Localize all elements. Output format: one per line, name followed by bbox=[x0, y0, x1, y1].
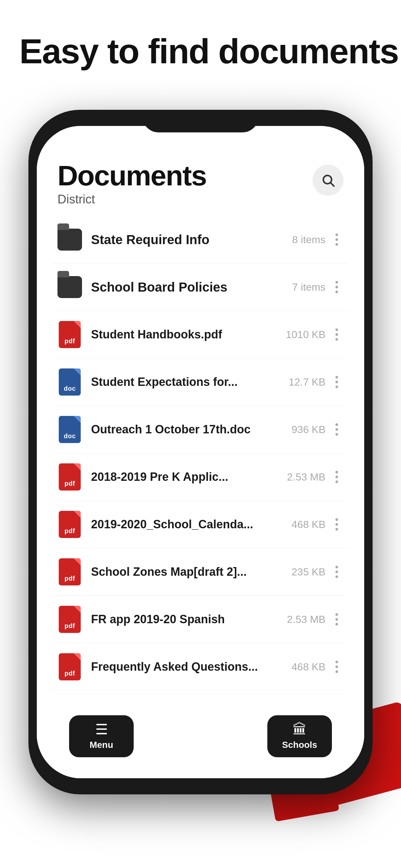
schools-label: Schools bbox=[282, 740, 317, 750]
file-name: 2019-2020_School_Calenda... bbox=[91, 518, 253, 531]
dot bbox=[335, 338, 338, 341]
folder-shape bbox=[58, 228, 82, 251]
menu-icon: ☰ bbox=[95, 722, 108, 737]
documents-subtitle: District bbox=[58, 192, 206, 206]
header-text: Documents District bbox=[58, 161, 206, 206]
file-name: Student Expectations for... bbox=[91, 375, 238, 389]
folder-icon bbox=[58, 273, 82, 302]
item-meta: 2.53 MB bbox=[282, 471, 326, 483]
pdf-file-icon: pdf bbox=[58, 510, 82, 539]
file-name: Outreach 1 October 17th.doc bbox=[91, 423, 251, 436]
pdf-file-icon: pdf bbox=[58, 652, 82, 681]
dot bbox=[335, 566, 338, 568]
doc-shape: doc bbox=[59, 368, 81, 396]
folder-name: School Board Policies bbox=[91, 280, 227, 294]
menu-button[interactable]: ☰ Menu bbox=[69, 715, 134, 757]
dot bbox=[335, 523, 338, 526]
dot bbox=[335, 518, 338, 521]
dot bbox=[335, 476, 338, 478]
schools-button[interactable]: 🏛 Schools bbox=[267, 715, 332, 757]
pdf-label: pdf bbox=[65, 670, 75, 677]
dot bbox=[335, 671, 338, 673]
more-button[interactable] bbox=[326, 613, 343, 625]
pdf-label: pdf bbox=[65, 527, 75, 535]
dot bbox=[335, 329, 338, 331]
item-meta: 12.7 KB bbox=[283, 376, 326, 388]
list-item[interactable]: doc Outreach 1 October 17th.doc 936 KB bbox=[53, 406, 348, 454]
documents-title: Documents bbox=[58, 161, 206, 190]
doc-info: 2019-2020_School_Calenda... bbox=[91, 518, 286, 531]
dot bbox=[335, 423, 338, 426]
doc-info: Student Expectations for... bbox=[91, 375, 283, 389]
more-button[interactable] bbox=[326, 376, 343, 388]
list-item[interactable]: pdf Student Handbooks.pdf 1010 KB bbox=[53, 311, 348, 359]
phone-frame: Documents District bbox=[28, 110, 373, 795]
svg-line-1 bbox=[331, 183, 334, 186]
pdf-file-icon: pdf bbox=[58, 320, 82, 349]
dot bbox=[335, 428, 338, 431]
item-meta: 936 KB bbox=[286, 424, 326, 436]
more-button[interactable] bbox=[326, 423, 343, 436]
list-item[interactable]: pdf School Zones Map[draft 2]... 235 KB bbox=[53, 548, 348, 596]
pdf-shape: pdf bbox=[59, 463, 81, 491]
item-meta: 1010 KB bbox=[281, 329, 326, 341]
doc-info: 2018-2019 Pre K Applic... bbox=[91, 470, 282, 484]
doc-info: FR app 2019-20 Spanish bbox=[91, 613, 282, 626]
item-meta: 235 KB bbox=[286, 566, 326, 578]
file-name: School Zones Map[draft 2]... bbox=[91, 565, 247, 578]
document-list: State Required Info 8 items Scho bbox=[37, 216, 364, 691]
pdf-label: pdf bbox=[65, 480, 75, 487]
more-button[interactable] bbox=[326, 518, 343, 531]
more-button[interactable] bbox=[326, 566, 343, 578]
file-name: 2018-2019 Pre K Applic... bbox=[91, 470, 228, 484]
dot bbox=[335, 433, 338, 436]
dot bbox=[335, 333, 338, 336]
pdf-file-icon: pdf bbox=[58, 605, 82, 634]
pdf-shape: pdf bbox=[59, 653, 81, 680]
dot bbox=[335, 618, 338, 621]
item-meta: 7 items bbox=[287, 281, 326, 293]
doc-file-icon: doc bbox=[58, 368, 82, 397]
screen-content: Documents District bbox=[37, 126, 364, 778]
list-item[interactable]: School Board Policies 7 items bbox=[53, 264, 348, 311]
item-meta: 468 KB bbox=[286, 661, 326, 673]
more-button[interactable] bbox=[326, 661, 343, 673]
dot bbox=[335, 376, 338, 378]
page-headline: Easy to find documents bbox=[19, 32, 398, 71]
more-button[interactable] bbox=[326, 281, 343, 293]
pdf-file-icon: pdf bbox=[58, 462, 82, 492]
folder-icon bbox=[58, 225, 82, 254]
pdf-label: pdf bbox=[65, 622, 75, 630]
list-item[interactable]: doc Student Expectations for... 12.7 KB bbox=[53, 359, 348, 406]
dot bbox=[335, 480, 338, 483]
folder-shape bbox=[58, 276, 82, 298]
more-button[interactable] bbox=[326, 329, 343, 341]
dot bbox=[335, 576, 338, 578]
list-item[interactable]: State Required Info 8 items bbox=[53, 216, 348, 264]
dot bbox=[335, 471, 338, 473]
dot bbox=[335, 665, 338, 668]
doc-info: Student Handbooks.pdf bbox=[91, 328, 281, 341]
list-item[interactable]: pdf 2018-2019 Pre K Applic... 2.53 MB bbox=[53, 454, 348, 501]
screen-header: Documents District bbox=[37, 126, 364, 216]
list-item[interactable]: pdf Frequently Asked Questions... 468 KB bbox=[53, 643, 348, 691]
doc-shape: doc bbox=[59, 416, 81, 443]
more-button[interactable] bbox=[326, 471, 343, 483]
list-item[interactable]: pdf FR app 2019-20 Spanish 2.53 MB bbox=[53, 596, 348, 643]
pdf-file-icon: pdf bbox=[58, 557, 82, 586]
folder-name: State Required Info bbox=[91, 232, 210, 247]
pdf-shape: pdf bbox=[59, 606, 81, 633]
doc-label: doc bbox=[64, 385, 75, 392]
dot bbox=[335, 281, 338, 283]
doc-info: School Zones Map[draft 2]... bbox=[91, 565, 286, 579]
search-icon bbox=[321, 173, 335, 187]
item-meta: 468 KB bbox=[286, 519, 326, 531]
dot bbox=[335, 623, 338, 625]
doc-label: doc bbox=[64, 432, 75, 440]
dot bbox=[335, 286, 338, 288]
phone-notch bbox=[143, 110, 258, 132]
more-button[interactable] bbox=[326, 234, 343, 246]
list-item[interactable]: pdf 2019-2020_School_Calenda... 468 KB bbox=[53, 501, 348, 548]
search-button[interactable] bbox=[312, 165, 343, 196]
file-name: Student Handbooks.pdf bbox=[91, 328, 222, 341]
